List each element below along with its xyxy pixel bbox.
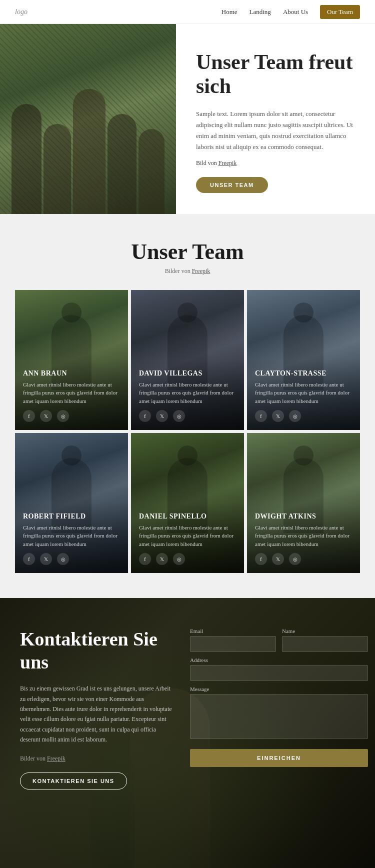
instagram-icon-2[interactable]: ◎ (289, 410, 301, 422)
form-row-3: Message (190, 686, 368, 739)
team-card-1[interactable]: DAVID VILLEGAS Glavi amet ritnisl libero… (131, 290, 244, 430)
hero-cta-button[interactable]: UNSER TEAM (196, 177, 268, 193)
contact-title: Kontaktieren Sie uns (20, 628, 175, 674)
team-section-title: Unser Team (15, 239, 360, 264)
message-label: Message (190, 686, 368, 692)
navigation: logo Home Landing About Us Our Team (0, 0, 375, 24)
instagram-icon-5[interactable]: ◎ (289, 553, 301, 565)
name-group: Name (282, 628, 368, 652)
hero-text: Unser Team freut sich Sample text. Lorem… (176, 24, 375, 214)
team-member-desc-2: Glavi amet ritnisl libero molestie ante … (255, 380, 352, 406)
facebook-icon-0[interactable]: f (23, 410, 35, 422)
contact-body: Bis zu einem gewissen Grad ist es uns ge… (20, 684, 175, 744)
name-input[interactable] (282, 636, 368, 652)
contact-section: Kontaktieren Sie uns Bis zu einem gewiss… (0, 598, 375, 868)
hero-credit: Bild von Freepik (196, 160, 355, 167)
hero-credit-link[interactable]: Freepik (218, 160, 237, 166)
team-member-desc-0: Glavi amet ritnisl libero molestie ante … (23, 380, 120, 406)
team-member-name-2: CLAYTON-STRASSE (255, 370, 352, 378)
team-card-0[interactable]: ANN BRAUN Glavi amet ritnisl libero mole… (15, 290, 128, 430)
facebook-icon-3[interactable]: f (23, 553, 35, 565)
team-social-2: f 𝕏 ◎ (255, 410, 352, 422)
nav-about-us[interactable]: About Us (283, 8, 308, 16)
team-social-1: f 𝕏 ◎ (139, 410, 236, 422)
instagram-icon-3[interactable]: ◎ (57, 553, 69, 565)
team-card-content-1: DAVID VILLEGAS Glavi amet ritnisl libero… (131, 362, 244, 430)
instagram-icon-0[interactable]: ◎ (57, 410, 69, 422)
twitter-icon-2[interactable]: 𝕏 (272, 410, 284, 422)
form-row-2: Address (190, 657, 368, 681)
email-input[interactable] (190, 636, 276, 652)
twitter-icon-5[interactable]: 𝕏 (272, 553, 284, 565)
contact-content: Kontaktieren Sie uns Bis zu einem gewiss… (0, 598, 375, 868)
instagram-icon-4[interactable]: ◎ (173, 553, 185, 565)
message-textarea[interactable] (190, 694, 368, 739)
team-grid: ANN BRAUN Glavi amet ritnisl libero mole… (15, 290, 360, 573)
form-row-1: Email Name (190, 628, 368, 652)
team-member-desc-3: Glavi amet ritnisl libero molestie ante … (23, 524, 120, 548)
team-card-4[interactable]: DANIEL SPINELLO Glavi amet ritnisl liber… (131, 433, 244, 573)
team-card-content-3: ROBERT FIFIELD Glavi amet ritnisl libero… (15, 504, 128, 574)
team-card-content-2: CLAYTON-STRASSE Glavi amet ritnisl liber… (247, 362, 360, 430)
team-member-desc-5: Glavi amet ritnisl libero molestie ante … (255, 524, 352, 548)
team-member-desc-1: Glavi amet ritnisl libero molestie ante … (139, 380, 236, 406)
team-card-content-4: DANIEL SPINELLO Glavi amet ritnisl liber… (131, 504, 244, 574)
hero-section: Unser Team freut sich Sample text. Lorem… (0, 24, 375, 214)
logo: logo (15, 8, 28, 16)
team-member-name-1: DAVID VILLEGAS (139, 370, 236, 378)
team-credit-link[interactable]: Freepik (192, 268, 210, 274)
team-member-name-0: ANN BRAUN (23, 370, 120, 378)
twitter-icon-1[interactable]: 𝕏 (156, 410, 168, 422)
team-card-2[interactable]: CLAYTON-STRASSE Glavi amet ritnisl liber… (247, 290, 360, 430)
contact-left: Kontaktieren Sie uns Bis zu einem gewiss… (20, 628, 175, 790)
address-input[interactable] (190, 665, 368, 681)
facebook-icon-1[interactable]: f (139, 410, 151, 422)
contact-form: Email Name Address Message (190, 628, 368, 767)
facebook-icon-5[interactable]: f (255, 553, 267, 565)
team-social-0: f 𝕏 ◎ (23, 410, 120, 422)
address-label: Address (190, 657, 368, 663)
twitter-icon-3[interactable]: 𝕏 (40, 553, 52, 565)
email-group: Email (190, 628, 276, 652)
nav-our-team[interactable]: Our Team (320, 5, 360, 19)
team-credit: Bilder von Freepik (15, 268, 360, 275)
team-card-5[interactable]: DWIGHT ATKINS Glavi amet ritnisl libero … (247, 433, 360, 573)
hero-image (0, 24, 176, 214)
hero-title: Unser Team freut sich (196, 50, 355, 98)
team-card-content-5: DWIGHT ATKINS Glavi amet ritnisl libero … (247, 504, 360, 574)
facebook-icon-2[interactable]: f (255, 410, 267, 422)
instagram-icon-1[interactable]: ◎ (173, 410, 185, 422)
team-member-desc-4: Glavi amet ritnisl libero molestie ante … (139, 524, 236, 548)
nav-landing[interactable]: Landing (250, 8, 271, 16)
name-label: Name (282, 628, 368, 634)
contact-credit: Bilder von Freepik (20, 755, 175, 762)
submit-button[interactable]: EINREICHEN (190, 749, 368, 767)
facebook-icon-4[interactable]: f (139, 553, 151, 565)
message-group: Message (190, 686, 368, 739)
team-section: Unser Team Bilder von Freepik ANN BRAUN … (0, 214, 375, 598)
team-social-3: f 𝕏 ◎ (23, 553, 120, 565)
contact-cta-button[interactable]: KONTAKTIEREN SIE UNS (20, 772, 127, 790)
twitter-icon-4[interactable]: 𝕏 (156, 553, 168, 565)
contact-credit-link[interactable]: Freepik (47, 755, 66, 762)
address-group: Address (190, 657, 368, 681)
twitter-icon-0[interactable]: 𝕏 (40, 410, 52, 422)
team-social-5: f 𝕏 ◎ (255, 553, 352, 565)
team-card-3[interactable]: ROBERT FIFIELD Glavi amet ritnisl libero… (15, 433, 128, 573)
nav-links: Home Landing About Us Our Team (222, 5, 360, 19)
team-member-name-3: ROBERT FIFIELD (23, 512, 120, 520)
team-social-4: f 𝕏 ◎ (139, 553, 236, 565)
team-member-name-4: DANIEL SPINELLO (139, 512, 236, 520)
hero-body: Sample text. Lorem ipsum dolor sit amet,… (196, 108, 355, 152)
email-label: Email (190, 628, 276, 634)
nav-home[interactable]: Home (222, 8, 238, 16)
team-card-content-0: ANN BRAUN Glavi amet ritnisl libero mole… (15, 362, 128, 430)
team-member-name-5: DWIGHT ATKINS (255, 512, 352, 520)
